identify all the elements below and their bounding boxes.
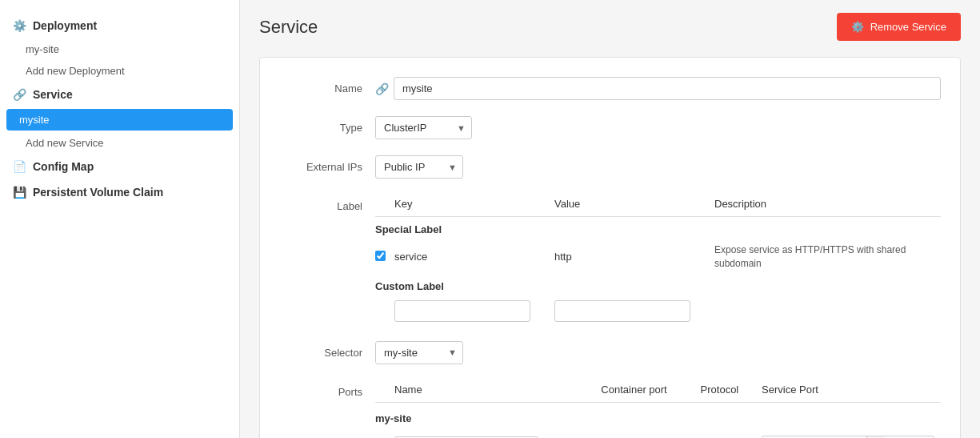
type-control: ClusterIP NodePort LoadBalancer ▼ — [375, 116, 941, 139]
main-content: Service ⚙️ Remove Service Name 🔗 Type Cl — [240, 0, 980, 438]
sidebar-pvc-section[interactable]: 💾 Persistent Volume Claim — [0, 179, 239, 205]
sidebar-item-mysite[interactable]: mysite — [6, 109, 233, 131]
custom-label-desc-cell — [714, 297, 941, 325]
selector-row: Selector my-site ▼ — [279, 341, 941, 364]
type-select-wrapper: ClusterIP NodePort LoadBalancer ▼ — [375, 116, 472, 139]
name-label: Name — [279, 77, 375, 94]
name-control: 🔗 — [375, 77, 941, 100]
selector-label: Selector — [279, 341, 375, 359]
service-port-wrapper: ▲ ▼ — [762, 436, 934, 438]
custom-label-row — [375, 297, 941, 325]
special-label-description: Expose service as HTTP/HTTPS with shared… — [714, 240, 941, 274]
sidebar-pvc-title: Persistent Volume Claim — [33, 186, 163, 199]
special-label-row: service http Expose service as HTTP/HTTP… — [375, 240, 941, 274]
sidebar-deployment-section[interactable]: ⚙️ Deployment — [0, 13, 239, 38]
sidebar-item-my-site[interactable]: my-site — [0, 38, 239, 60]
special-label-header-row: Special Label — [375, 217, 941, 241]
custom-label-key-input[interactable] — [394, 300, 530, 322]
ports-control: Name Container port Protocol Service Por… — [375, 380, 941, 438]
name-row: Name 🔗 — [279, 77, 941, 100]
special-label-key: service — [394, 240, 554, 274]
sidebar-item-add-deployment[interactable]: Add new Deployment — [0, 60, 239, 82]
external-ips-select[interactable]: Public IP None — [375, 155, 463, 179]
sidebar: ⚙️ Deployment my-site Add new Deployment… — [0, 0, 240, 438]
external-ips-control: Public IP None ▼ — [375, 155, 941, 179]
sidebar-service-section[interactable]: 🔗 Service — [0, 82, 239, 107]
disk-icon: 💾 — [13, 186, 26, 199]
sidebar-service-title: Service — [33, 88, 73, 101]
port-name-cell — [394, 432, 601, 438]
key-col-header: Key — [394, 195, 554, 217]
page-title: Service — [259, 17, 318, 38]
port-name-col-header: Name — [394, 380, 601, 403]
custom-label-header: Custom Label — [375, 274, 941, 297]
remove-service-button[interactable]: ⚙️ Remove Service — [837, 13, 961, 41]
label-row: Label Key Value Description — [279, 195, 941, 325]
port-protocol-col-header: Protocol — [701, 380, 762, 403]
ports-group-header-row: my-site — [375, 402, 941, 432]
special-label-value: http — [554, 240, 714, 274]
sidebar-config-map-title: Config Map — [33, 160, 94, 173]
name-input[interactable] — [394, 77, 941, 100]
file-icon: 📄 — [13, 160, 26, 173]
external-ips-label: External IPs — [279, 155, 375, 173]
external-ips-select-wrapper: Public IP None ▼ — [375, 155, 463, 179]
ports-label: Ports — [279, 380, 375, 398]
type-label: Type — [279, 116, 375, 134]
port-service-col-header: Service Port — [762, 380, 941, 403]
special-label-header: Special Label — [375, 217, 941, 240]
ports-table: Name Container port Protocol Service Por… — [375, 380, 941, 438]
sidebar-deployment-title: Deployment — [33, 19, 97, 32]
special-label-checkbox[interactable] — [375, 251, 386, 261]
port-checkbox-col-header — [375, 380, 394, 403]
port-service-cell: ▲ ▼ — [762, 432, 941, 438]
selector-control: my-site ▼ — [375, 341, 941, 364]
custom-label-empty-cell — [375, 297, 394, 325]
link-icon: 🔗 — [375, 82, 389, 95]
type-row: Type ClusterIP NodePort LoadBalancer ▼ — [279, 116, 941, 139]
gear-icon: ⚙️ — [13, 19, 26, 32]
custom-label-value-cell — [554, 297, 714, 325]
sidebar-config-map-section[interactable]: 📄 Config Map — [0, 154, 239, 179]
port-protocol-cell: TCP — [701, 432, 762, 438]
label-table: Key Value Description Special Label — [375, 195, 941, 325]
special-label-checkbox-cell — [375, 240, 394, 274]
label-label: Label — [279, 195, 375, 212]
gear-icon: ⚙️ — [851, 21, 864, 33]
description-col-header: Description — [714, 195, 941, 217]
selector-select-wrapper: my-site ▼ — [375, 341, 463, 364]
ports-group-header: my-site — [375, 406, 934, 429]
sidebar-item-add-service[interactable]: Add new Service — [0, 132, 239, 154]
main-header: Service ⚙️ Remove Service — [259, 13, 961, 41]
port-row: http:4000 TCP ▲ ▼ — [375, 432, 941, 438]
service-form: Name 🔗 Type ClusterIP NodePort LoadBalan… — [259, 57, 961, 438]
value-col-header: Value — [554, 195, 714, 217]
ports-row: Ports Name Container port Protocol Servi… — [279, 380, 941, 438]
port-checkbox-cell — [375, 432, 394, 438]
port-container-cell: http:4000 — [601, 432, 700, 438]
custom-label-header-row: Custom Label — [375, 274, 941, 297]
custom-label-key-cell — [394, 297, 554, 325]
checkbox-col-header — [375, 195, 394, 217]
selector-select[interactable]: my-site — [375, 341, 463, 364]
link-icon: 🔗 — [13, 88, 26, 101]
custom-label-value-input[interactable] — [554, 300, 690, 322]
port-container-col-header: Container port — [601, 380, 700, 403]
label-control: Key Value Description Special Label — [375, 195, 941, 325]
type-select[interactable]: ClusterIP NodePort LoadBalancer — [375, 116, 472, 139]
external-ips-row: External IPs Public IP None ▼ — [279, 155, 941, 179]
